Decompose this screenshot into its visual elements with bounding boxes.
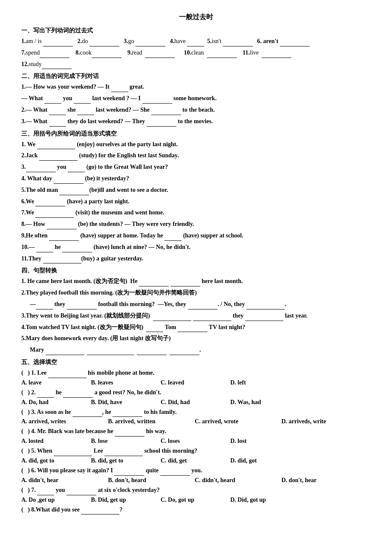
s5-q3opts: A. arrived, writes B. arrived, written C…	[21, 418, 371, 425]
s2-q3: 3.— What they do last weekend? — They to…	[21, 116, 371, 127]
s5-q5opts: A. did, got to B. did, get to C. did, ge…	[21, 457, 371, 464]
blank-10	[207, 51, 237, 58]
s5-q3stem: ( ) 3. As soon as he , he to his family.	[21, 407, 371, 417]
blank-5	[223, 40, 253, 46]
s5-q1opts: A. leave B. leaves C. leaved D. left	[21, 379, 371, 386]
blank-8	[92, 51, 121, 58]
s4-q5b: Mary .	[30, 345, 371, 355]
section4-title: 四、句型转换	[21, 267, 371, 275]
blank-7	[40, 51, 69, 58]
s3-q4: 4. What day (be) it yesterday?	[21, 173, 371, 184]
s3-q10: 10.— he (have) lunch at nine? — No, he d…	[21, 242, 371, 252]
s2-q1b: — What you last weekend ? — I some homew…	[21, 93, 371, 104]
s5-q2opts: A. Do, had B. Did, have C. Did, had D. W…	[21, 399, 371, 406]
s1-row2: 7.spend 8.cook 9.read 10.clean 11.live	[21, 48, 371, 58]
s4-q2b: — they football this morning? —Yes, they…	[30, 299, 371, 309]
blank-9	[145, 51, 175, 58]
blank-12	[42, 62, 72, 69]
blank-4	[187, 40, 204, 46]
s5-q8stem: ( ) 8.What did you see ?	[21, 505, 371, 515]
s4-q5a: 5.Mary does homework every day. (用 last …	[21, 333, 371, 344]
s4-q2a: 2.They played football this morning. (改为…	[21, 288, 371, 298]
s5-q7opts: A. Do ,get up B. Did, get up C. Do, got …	[21, 497, 371, 503]
s4-q3: 3.They went to Beijing last year. (就划线部分…	[21, 311, 371, 321]
blank-1	[43, 40, 73, 46]
s5-q4opts: A. losted B. lose C. loses D. lost	[21, 438, 371, 445]
blank-6	[280, 40, 310, 46]
s4-q1a: 1. He came here last month. (改为否定句) He h…	[21, 276, 371, 286]
s3-q1: 1. We (enjoy) ourselves at the party las…	[21, 139, 371, 150]
blank-2	[89, 40, 119, 46]
s5-q6opts: A. didn't, hear B. don't, heard C. didn'…	[21, 477, 371, 484]
s3-q7: 7.We (visit) the museum and went home.	[21, 208, 371, 218]
section1-title: 一、写出下列动词的过去式	[21, 27, 371, 35]
page-title: 一般过去时	[21, 13, 371, 22]
s5-q7stem: ( ) 7. you at six o'clock yesterday?	[21, 485, 371, 495]
section2-title: 二、用适当的词完成下列对话	[21, 72, 371, 80]
s4-q4: 4.Tom watched TV last night. (改为一般疑问句) T…	[21, 322, 371, 332]
section5-title: 五、选择填空	[21, 358, 371, 366]
s3-q9: 9.He often (have) supper at home. Today …	[21, 231, 371, 241]
s5-q6stem: ( ) 6. Will you please say it again? I q…	[21, 465, 371, 476]
section3-title: 三、用括号内所给词的适当形式填空	[21, 130, 371, 138]
s5-q4stem: ( ) 4. Mr. Black was late because he his…	[21, 426, 371, 436]
s3-q3: 3. you (go) to the Great Wall last year?	[21, 162, 371, 172]
s3-q2: 2.Jack (study) for the English test last…	[21, 150, 371, 161]
s2-q2: 2.— What she last weekend? — She to the …	[21, 105, 371, 115]
blank-3	[135, 40, 165, 46]
blank-11	[262, 51, 291, 58]
s1-row3: 12.study	[21, 59, 371, 69]
s5-q5stem: ( ) 5. When Lee school this morning?	[21, 446, 371, 456]
s3-q5: 5.The old man (be)ill and went to see a …	[21, 185, 371, 195]
s3-q11: 11.They (buy) a guitar yesterday.	[21, 254, 371, 264]
s2-q1a: 1.— How was your weekend? — It great.	[21, 82, 371, 92]
s5-q2stem: ( ) 2. he a good rest? No, he didn't.	[21, 387, 371, 398]
s5-q1stem: ( ) 1. Lee his mobile phone at home.	[21, 368, 371, 378]
s1-row1: 1.am / is 2.do 3.go 4.have 5.isn't 6. ar…	[21, 36, 371, 46]
s3-q6: 6.We (have) a party last night.	[21, 197, 371, 207]
s3-q8: 8.— How (be) the students? — They were v…	[21, 219, 371, 229]
